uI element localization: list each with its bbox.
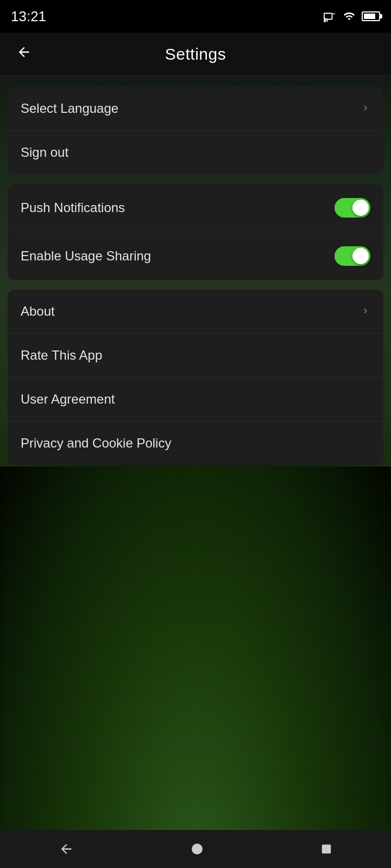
rate-this-app-item[interactable]: Rate This App	[8, 334, 383, 378]
top-nav: Settings	[0, 33, 391, 76]
about-chevron-icon	[361, 304, 370, 319]
status-time: 13:21	[11, 8, 46, 25]
enable-usage-sharing-toggle[interactable]	[335, 246, 370, 266]
push-notifications-toggle[interactable]	[335, 198, 370, 218]
settings-section-info: About Rate This App User Agreement Priva…	[8, 290, 383, 465]
nav-home-icon	[191, 843, 204, 856]
svg-rect-4	[322, 845, 331, 854]
select-language-label: Select Language	[21, 101, 118, 116]
settings-section-account: Select Language Sign out	[8, 87, 383, 174]
settings-content: Select Language Sign out Push Notificati…	[0, 76, 391, 486]
settings-section-preferences: Push Notifications Enable Usage Sharing	[8, 184, 383, 280]
privacy-cookie-item[interactable]: Privacy and Cookie Policy	[8, 422, 383, 465]
toggle-knob	[352, 200, 369, 216]
nav-home-button[interactable]	[174, 837, 220, 861]
status-bar: 13:21	[0, 0, 391, 33]
battery-icon	[362, 11, 380, 21]
back-button[interactable]	[11, 39, 37, 69]
toggle-knob-2	[352, 248, 369, 264]
enable-usage-sharing-item[interactable]: Enable Usage Sharing	[8, 232, 383, 280]
svg-point-1	[324, 21, 325, 22]
chevron-right-icon	[361, 101, 370, 116]
nav-recent-icon	[320, 843, 332, 855]
privacy-cookie-label: Privacy and Cookie Policy	[21, 436, 171, 451]
user-agreement-label: User Agreement	[21, 392, 115, 407]
back-arrow-icon	[16, 44, 31, 60]
about-label: About	[21, 304, 55, 319]
enable-usage-sharing-label: Enable Usage Sharing	[21, 248, 151, 264]
nav-back-icon	[59, 841, 74, 857]
nav-recent-button[interactable]	[304, 838, 349, 860]
background-grass	[0, 429, 391, 835]
page-title: Settings	[165, 45, 226, 63]
nav-back-button[interactable]	[42, 836, 90, 862]
user-agreement-item[interactable]: User Agreement	[8, 378, 383, 422]
status-icons	[323, 10, 380, 22]
push-notifications-item[interactable]: Push Notifications	[8, 184, 383, 232]
svg-point-3	[192, 844, 203, 854]
select-language-item[interactable]: Select Language	[8, 87, 383, 131]
cast-icon	[323, 10, 337, 22]
sign-out-label: Sign out	[21, 145, 68, 160]
about-item[interactable]: About	[8, 290, 383, 334]
push-notifications-label: Push Notifications	[21, 200, 125, 215]
sign-out-item[interactable]: Sign out	[8, 131, 383, 174]
wifi-icon	[342, 10, 356, 22]
nav-bar	[0, 830, 391, 868]
rate-this-app-label: Rate This App	[21, 348, 102, 363]
